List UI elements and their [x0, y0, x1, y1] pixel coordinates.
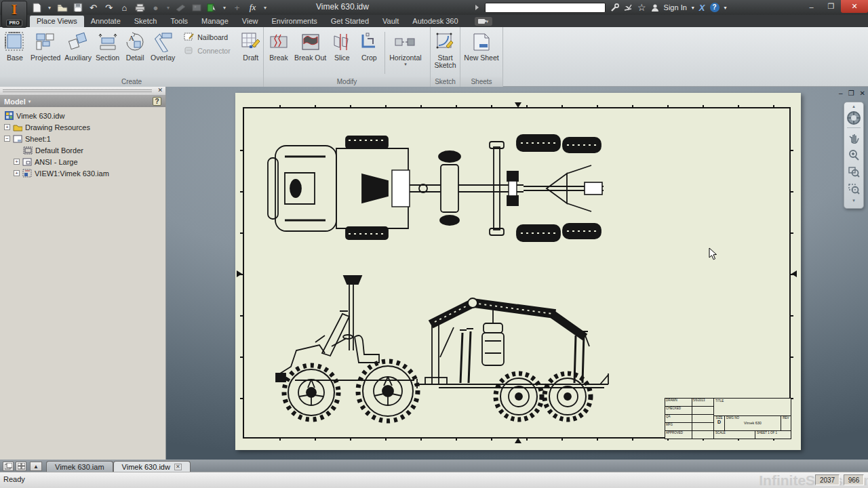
detail-view-button[interactable]: A Detail — [121, 29, 149, 62]
break-button[interactable]: Break — [265, 29, 292, 62]
doc-tab-close-icon[interactable]: ✕ — [174, 464, 182, 470]
navbar-collapse-icon[interactable]: ▴ — [852, 104, 855, 108]
sign-in-dropdown-icon[interactable]: ▾ — [692, 5, 694, 11]
browser-header[interactable]: Model ▾ ? — [0, 96, 165, 107]
close-button[interactable]: ✕ — [841, 0, 868, 13]
doc-close-icon[interactable]: ✕ — [860, 89, 865, 98]
tile-windows-icon[interactable] — [16, 462, 26, 471]
tree-item-sheet1[interactable]: − Sheet:1 — [3, 133, 165, 144]
expand-icon[interactable]: + — [14, 159, 20, 165]
help-dropdown-icon[interactable]: ▾ — [724, 5, 727, 11]
parameters-icon[interactable]: + — [231, 2, 243, 13]
fx-parameters-icon[interactable]: fx — [247, 2, 258, 13]
projected-view-button[interactable]: Projected — [28, 29, 62, 62]
tab-manage[interactable]: Manage — [195, 16, 235, 27]
print-icon[interactable] — [134, 2, 146, 13]
tab-vault[interactable]: Vault — [376, 16, 406, 27]
browser-close-icon[interactable]: ✕ — [157, 87, 163, 94]
draft-button[interactable]: Draft — [237, 29, 264, 62]
browser-header-dropdown-icon[interactable]: ▾ — [28, 99, 31, 104]
material-dropdown-icon[interactable]: ▾ — [222, 2, 227, 13]
tree-item-label: Drawing Resources — [25, 123, 90, 131]
pan-icon[interactable] — [846, 130, 861, 145]
tab-view[interactable]: View — [235, 16, 265, 27]
tree-item-view1[interactable]: + VIEW1:Vimek 630.iam — [3, 167, 165, 179]
search-go-icon[interactable] — [475, 4, 480, 11]
application-menu-button[interactable]: I PRO — [1, 1, 27, 28]
sign-in-link[interactable]: Sign In — [664, 3, 687, 12]
panel-label-sheets[interactable]: Sheets — [460, 77, 502, 87]
base-view-button[interactable]: Base — [1, 29, 28, 62]
subscription-icon[interactable] — [624, 3, 633, 12]
new-file-icon[interactable] — [31, 2, 43, 13]
search-tools-icon[interactable] — [610, 3, 619, 12]
new-file-dropdown-icon[interactable]: ▾ — [47, 2, 52, 13]
image-icon[interactable] — [191, 2, 202, 13]
search-input[interactable] — [485, 3, 606, 13]
return-icon[interactable]: ● — [150, 2, 161, 13]
navbar-more-icon[interactable]: ▾ — [852, 198, 855, 203]
connector-button[interactable]: Connector — [184, 45, 230, 56]
tree-item-drawing-resources[interactable]: + Drawing Resources — [3, 121, 165, 133]
save-icon[interactable] — [72, 2, 83, 13]
doc-tab-idw[interactable]: Vimek 630.idw ✕ — [113, 461, 191, 472]
collapse-icon[interactable]: − — [4, 136, 10, 142]
tab-place-views[interactable]: Place Views — [30, 16, 84, 27]
cascade-windows-icon[interactable] — [3, 462, 14, 471]
tab-environments[interactable]: Environments — [265, 16, 324, 27]
horizontal-dropdown-icon[interactable]: ▾ — [404, 62, 407, 67]
expand-icon[interactable]: + — [4, 124, 10, 130]
open-file-icon[interactable] — [56, 2, 68, 13]
undo-icon[interactable]: ↶ — [87, 2, 99, 13]
break-out-button[interactable]: Break Out — [292, 29, 328, 62]
tab-tools[interactable]: Tools — [163, 16, 195, 27]
browser-help-icon[interactable]: ? — [153, 97, 161, 106]
panel-label-modify[interactable]: Modify — [264, 77, 430, 87]
tab-sketch[interactable]: Sketch — [127, 16, 164, 27]
expand-icon[interactable]: + — [14, 170, 20, 176]
restore-button[interactable]: ❐ — [821, 0, 841, 13]
start-sketch-button[interactable]: Start Sketch — [434, 29, 457, 70]
tab-get-started[interactable]: Get Started — [324, 16, 376, 27]
tree-item-ansi-large[interactable]: + ANSI - Large — [3, 156, 165, 167]
crop-button[interactable]: Crop — [355, 29, 382, 62]
nailboard-button[interactable]: Nailboard — [184, 32, 230, 43]
qat-overflow-icon[interactable]: ▾ — [262, 2, 268, 13]
browser-grip[interactable]: ✕ — [0, 87, 165, 96]
help-icon[interactable]: ? — [710, 3, 719, 12]
favorites-star-icon[interactable]: ☆ — [637, 2, 646, 13]
doc-restore-icon[interactable]: ❐ — [848, 89, 854, 98]
exchange-apps-icon[interactable]: X — [699, 3, 705, 13]
section-view-button[interactable]: Section — [94, 29, 121, 62]
doc-tab-iam[interactable]: Vimek 630.iam — [46, 461, 113, 472]
return-dropdown-icon[interactable]: ▾ — [165, 2, 171, 13]
zoom-all-icon[interactable] — [846, 164, 861, 179]
zoom-window-icon[interactable] — [846, 181, 861, 196]
doc-minimize-icon[interactable]: – — [839, 89, 843, 98]
tree-item-default-border[interactable]: Default Border — [3, 144, 165, 156]
tab-annotate[interactable]: Annotate — [84, 16, 127, 27]
panel-label-sketch[interactable]: Sketch — [431, 77, 460, 87]
measure-icon[interactable] — [175, 2, 186, 13]
auxiliary-view-button[interactable]: Auxiliary — [62, 29, 94, 62]
overlay-view-button[interactable]: Overlay — [149, 29, 177, 62]
model-browser-panel: ✕ Model ▾ ? Vimek 630.idw + Drawing Reso… — [0, 87, 166, 460]
screencast-icon[interactable]: ▾ — [475, 17, 492, 26]
slice-button[interactable]: Slice — [328, 29, 355, 62]
navigation-wheel-icon[interactable] — [846, 110, 861, 125]
zoom-icon[interactable] — [846, 147, 861, 162]
panel-label-create[interactable]: Create — [0, 77, 263, 87]
redo-icon[interactable]: ↷ — [103, 2, 115, 13]
drawing-canvas[interactable]: – ❐ ✕ — [166, 87, 868, 460]
drawing-sheet[interactable]: DRAWN5/6/2013 CHECKED QA MFG APPROVED TI… — [235, 93, 801, 450]
material-icon[interactable] — [206, 2, 218, 13]
drawing-view-side[interactable] — [269, 270, 612, 426]
tree-item-document[interactable]: Vimek 630.idw — [3, 110, 165, 121]
new-sheet-button[interactable]: New Sheet — [462, 29, 500, 62]
drawing-view-top[interactable] — [266, 132, 605, 244]
tab-autodesk-360[interactable]: Autodesk 360 — [406, 16, 465, 27]
tab-list-icon[interactable]: ▲ — [30, 462, 42, 471]
home-icon[interactable]: ⌂ — [119, 2, 130, 13]
horizontal-alignment-button[interactable]: Horizontal ▾ — [387, 29, 423, 68]
minimize-button[interactable]: – — [802, 0, 821, 13]
